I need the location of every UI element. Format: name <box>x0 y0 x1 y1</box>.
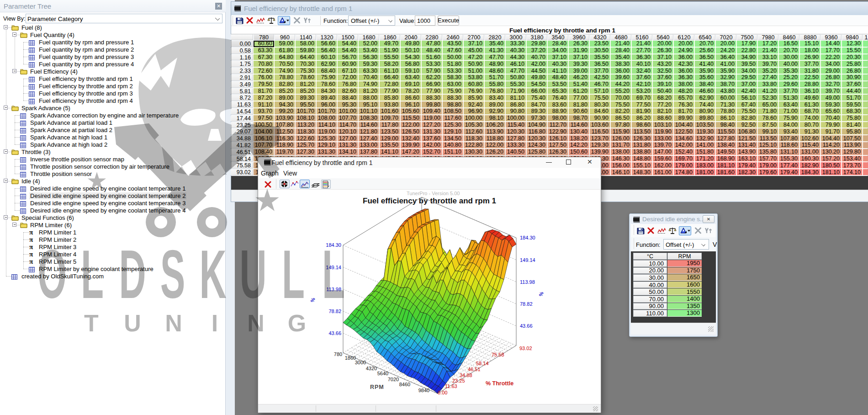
svg-text:%: % <box>309 297 316 303</box>
svg-text:780: 780 <box>334 351 342 357</box>
svg-text:43.66: 43.66 <box>520 323 533 329</box>
svg-text:113.98: 113.98 <box>520 279 535 285</box>
svg-text:113.98: 113.98 <box>326 287 341 292</box>
svg-text:5640: 5640 <box>377 371 388 376</box>
svg-text:0.00: 0.00 <box>438 390 447 395</box>
svg-text:184.30: 184.30 <box>326 242 341 248</box>
svg-text:RPM: RPM <box>370 384 384 390</box>
svg-text:% Throttle: % Throttle <box>486 380 513 387</box>
svg-text:1860: 1860 <box>345 355 356 361</box>
svg-text:78.82: 78.82 <box>520 301 533 307</box>
svg-text:149.14: 149.14 <box>326 265 341 270</box>
svg-text:%: % <box>538 291 545 297</box>
svg-text:46.51: 46.51 <box>468 367 481 372</box>
svg-text:149.14: 149.14 <box>520 257 535 263</box>
svg-text:9840: 9840 <box>418 388 429 393</box>
svg-text:23.25: 23.25 <box>452 378 465 383</box>
svg-text:75.58: 75.58 <box>492 352 504 357</box>
svg-text:8460: 8460 <box>399 382 410 387</box>
svg-text:34.88: 34.88 <box>460 372 472 378</box>
svg-text:58.14: 58.14 <box>476 361 489 366</box>
svg-text:7020: 7020 <box>388 377 399 382</box>
svg-text:78.82: 78.82 <box>328 309 341 314</box>
svg-text:43.66: 43.66 <box>328 330 341 336</box>
svg-text:4320: 4320 <box>366 366 377 371</box>
svg-text:184.30: 184.30 <box>520 235 535 240</box>
svg-text:3000: 3000 <box>355 360 366 365</box>
svg-text:11.63: 11.63 <box>445 383 457 389</box>
svg-text:93.02: 93.02 <box>519 346 532 351</box>
